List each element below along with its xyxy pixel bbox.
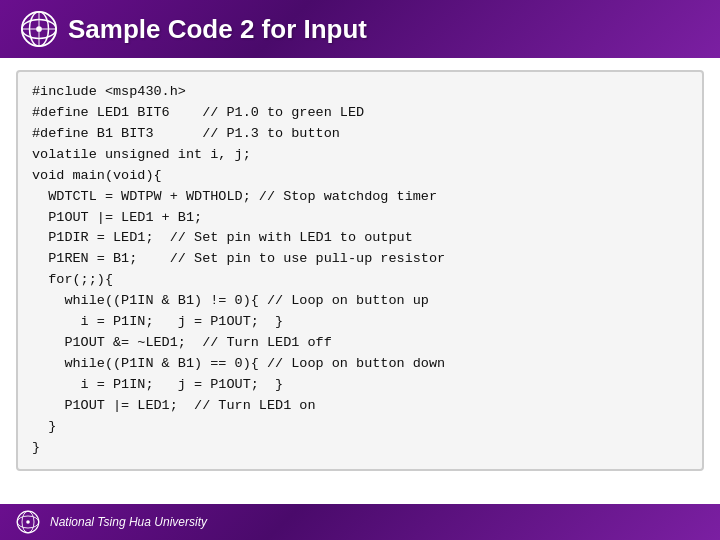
footer-logo-icon [16, 510, 40, 534]
svg-point-9 [26, 520, 30, 524]
nthu-logo-icon [20, 10, 58, 48]
slide-container: Sample Code 2 for Input #include <msp430… [0, 0, 720, 540]
footer-bar: National Tsing Hua University [0, 504, 720, 540]
slide-title: Sample Code 2 for Input [68, 14, 367, 45]
header-bar: Sample Code 2 for Input [0, 0, 720, 58]
footer-university-text: National Tsing Hua University [50, 515, 207, 529]
code-block: #include <msp430.h> #define LED1 BIT6 //… [16, 70, 704, 471]
header-logo [20, 10, 58, 48]
code-line-1: #include <msp430.h> #define LED1 BIT6 //… [32, 84, 445, 455]
